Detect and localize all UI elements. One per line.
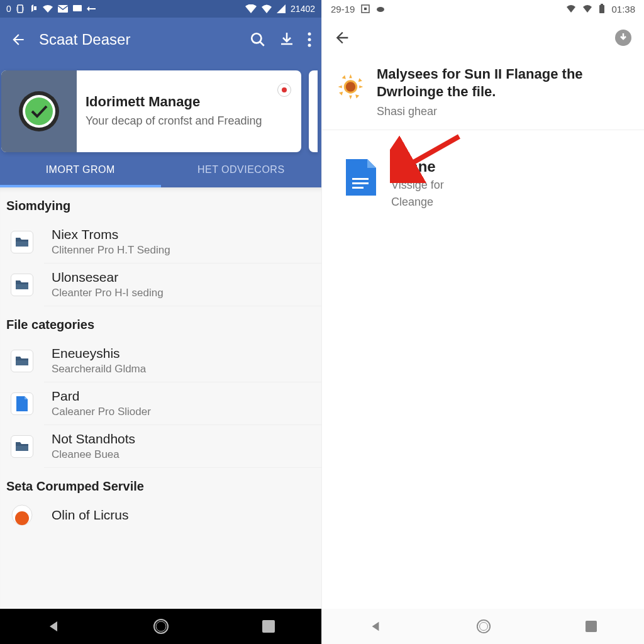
nav-back-icon[interactable] [47, 619, 60, 633]
status-icons-right: 21402 [245, 4, 315, 14]
wifi-icon [245, 4, 257, 13]
svg-rect-32 [352, 182, 369, 184]
back-icon[interactable] [10, 31, 26, 48]
status-left-text: 29-19 [331, 4, 355, 14]
card-subtitle: Your decap of cronfst and Freading [86, 114, 269, 128]
nav-home-icon[interactable] [153, 618, 169, 635]
folder-icon [11, 231, 33, 253]
list-item[interactable]: Olin of Licrus [0, 501, 321, 529]
right-phone-screen: 29-19 01:38 Malysees for Sun II Flanage … [322, 0, 644, 644]
svg-rect-4 [73, 5, 82, 11]
svg-point-29 [346, 82, 355, 91]
svg-point-8 [308, 38, 311, 42]
svg-point-20 [156, 621, 166, 631]
tab-import[interactable]: IMORT GROM [0, 152, 161, 187]
sun-icon [337, 69, 364, 104]
signal-icon [277, 4, 286, 13]
left-phone-screen: 0 21402 Scaat Deaser [0, 0, 322, 644]
status-time: 21402 [291, 4, 315, 14]
app-icon [11, 504, 33, 526]
svg-line-30 [401, 136, 459, 169]
wifi-full-icon [262, 4, 272, 13]
svg-rect-36 [586, 621, 597, 632]
list-content[interactable]: Siomdying Niex TromsClitenner Pro H.T Se… [0, 187, 321, 609]
svg-line-6 [260, 42, 264, 46]
app-bar [322, 18, 644, 58]
tab-detectors[interactable]: HET ODVIECORS [161, 152, 322, 187]
wifi-icon [566, 5, 576, 13]
svg-rect-16 [16, 446, 28, 451]
list-item[interactable]: Niex TromsClitenner Pro H.T Seding [0, 221, 321, 264]
manage-card[interactable]: Idorimett Manage Your decap of cronfst a… [1, 70, 301, 152]
card-title: Idorimett Manage [86, 94, 269, 110]
file-subtitle2: Cleange [391, 195, 444, 209]
section-header: Seta Corumped Servile [0, 468, 321, 501]
file-item[interactable]: Seane Vissige for Cleange [337, 158, 629, 210]
wifi-icon [582, 5, 592, 13]
cloud-icon [376, 6, 385, 12]
back-icon[interactable] [333, 29, 351, 47]
status-bar: 29-19 01:38 [322, 0, 644, 18]
download-icon[interactable] [280, 31, 294, 48]
chat-icon [73, 5, 82, 13]
svg-point-12 [25, 97, 53, 125]
nav-recents-icon[interactable] [262, 620, 275, 633]
svg-rect-25 [599, 5, 604, 13]
svg-rect-3 [58, 5, 68, 13]
search-icon[interactable] [250, 31, 266, 48]
app-bar: Scaat Deaser [0, 18, 321, 62]
svg-point-7 [308, 33, 311, 36]
mail-icon [58, 5, 68, 13]
app-title: Scaat Deaser [39, 31, 237, 48]
vibrate-icon [16, 4, 24, 13]
svg-point-5 [252, 33, 261, 43]
list-item[interactable]: UlonsesearCleanter Pro H-I seding [0, 264, 321, 306]
battery-icon [599, 4, 605, 14]
nav-bar [0, 609, 321, 644]
check-circle-icon [17, 89, 61, 133]
next-card-stub[interactable] [309, 70, 318, 152]
article-body: Seane Vissige for Cleange [322, 130, 644, 609]
svg-rect-23 [364, 8, 367, 10]
header-panel: Idorimett Manage Your decap of cronfst a… [0, 62, 321, 187]
back-arrow-icon [87, 5, 96, 13]
nav-back-icon[interactable] [369, 620, 382, 633]
folder-icon [11, 350, 33, 372]
finger-icon [29, 4, 38, 13]
svg-point-9 [308, 44, 311, 47]
nav-bar [322, 609, 644, 644]
status-icons-left: 0 [6, 4, 96, 14]
doc-icon [11, 392, 33, 415]
article-subtitle: Shasi ghear [377, 105, 629, 118]
pointer-arrow-icon [390, 133, 465, 183]
more-icon[interactable] [308, 32, 311, 47]
list-item[interactable]: EneueyshisSearcheraild Gldma [0, 340, 321, 382]
svg-point-35 [480, 623, 488, 631]
svg-rect-31 [352, 178, 369, 180]
article-header: Malysees for Sun II Flanage the Dwrloing… [322, 58, 644, 130]
section-header: File categories [0, 306, 321, 340]
section-header: Siomdying [0, 187, 321, 221]
square-icon [361, 4, 370, 13]
status-bar: 0 21402 [0, 0, 321, 18]
download-circle-icon[interactable] [614, 28, 633, 47]
svg-rect-21 [262, 620, 275, 633]
wifi-icon [43, 5, 53, 13]
svg-rect-33 [352, 187, 364, 189]
list-item[interactable]: PardCaleaner Pro Slioder [0, 382, 321, 425]
check-badge [1, 70, 77, 152]
recording-indicator [277, 83, 291, 97]
folder-icon [11, 274, 33, 296]
nav-home-icon[interactable] [476, 619, 491, 634]
nav-recents-icon[interactable] [586, 621, 597, 632]
status-time: 01:38 [611, 4, 635, 14]
svg-rect-13 [16, 242, 28, 247]
folder-icon [11, 435, 33, 458]
list-item[interactable]: Not StandhotsCleanee Buea [0, 425, 321, 468]
svg-rect-15 [16, 360, 28, 365]
tab-bar: IMORT GROM HET ODVIECORS [0, 152, 321, 187]
svg-rect-14 [16, 284, 28, 289]
svg-rect-26 [601, 4, 603, 5]
article-title: Malysees for Sun II Flanage the Dwrloing… [377, 65, 629, 100]
svg-point-18 [15, 511, 29, 525]
